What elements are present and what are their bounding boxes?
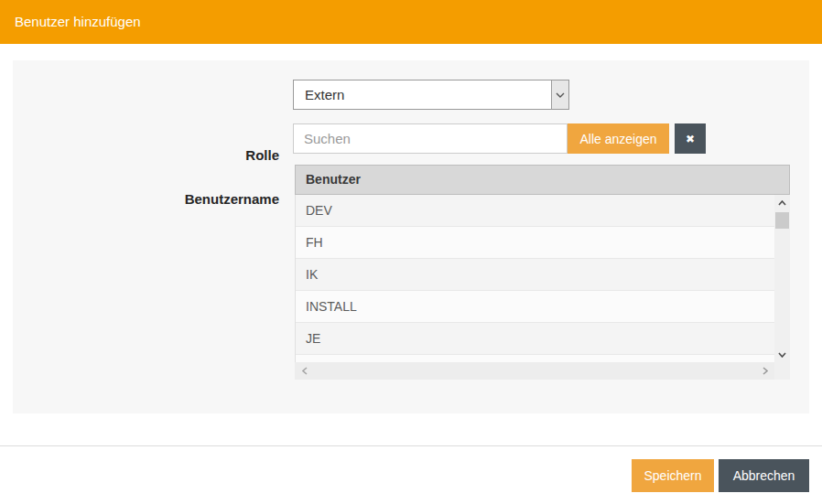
scrollbar-corner [774,362,790,380]
dialog-titlebar: Benutzer hinzufügen [0,0,822,44]
vertical-scrollbar[interactable] [774,195,790,362]
clear-search-button[interactable]: ✖ [675,123,706,154]
role-select[interactable]: Extern [293,80,569,110]
cancel-button[interactable]: Abbrechen [719,459,809,492]
scroll-down-icon[interactable] [774,347,790,362]
add-user-dialog: Benutzer hinzufügen Rolle Extern Benutze… [0,0,822,504]
role-select-value: Extern [305,80,344,109]
role-label: Rolle [92,147,279,163]
save-button[interactable]: Speichern [632,459,714,492]
username-label: Benutzername [92,191,279,207]
username-search-input[interactable] [293,123,568,154]
scroll-left-icon[interactable] [297,362,312,380]
form-panel: Rolle Extern Benutzername Alle anzeigen … [13,60,809,413]
show-all-button[interactable]: Alle anzeigen [568,123,669,154]
table-row[interactable]: IK [296,259,774,291]
table-row[interactable]: INSTALL [296,291,774,323]
table-header-benutzer: Benutzer [306,166,361,194]
table-row[interactable]: JE [296,323,774,355]
dialog-title: Benutzer hinzufügen [15,0,141,44]
scroll-right-icon[interactable] [757,362,773,380]
table-row-partial [296,355,774,362]
horizontal-scrollbar[interactable] [295,362,774,380]
table-body: DEV FH IK INSTALL JE [295,195,774,362]
chevron-down-icon [551,80,568,109]
vertical-scrollbar-thumb[interactable] [775,212,789,229]
close-icon: ✖ [686,133,695,145]
scroll-up-icon[interactable] [774,195,790,210]
table-row[interactable]: FH [296,227,774,259]
table-row[interactable]: DEV [296,195,774,227]
user-table: Benutzer DEV FH IK INSTALL JE [295,165,790,380]
footer-divider [0,445,822,446]
table-header-row: Benutzer [295,165,790,195]
